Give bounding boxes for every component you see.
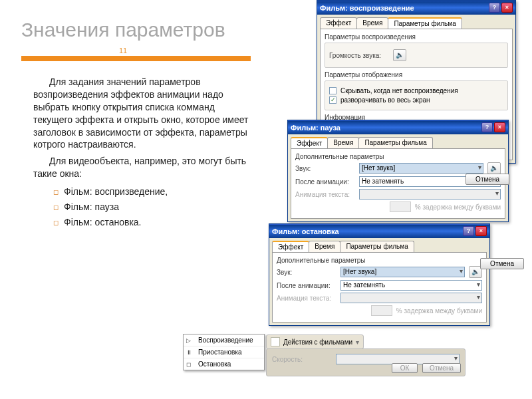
cancel-button[interactable]: Отмена: [422, 363, 461, 373]
slide-number: 11: [0, 47, 246, 55]
divider-bar: [21, 56, 251, 61]
cancel-button-side[interactable]: Отмена: [480, 258, 524, 269]
paragraph-1: Для задания значений параметров возпроиз…: [33, 76, 253, 151]
after-label: После анимации:: [295, 178, 355, 186]
toolbar-label: Действия с фильмами: [283, 338, 352, 346]
checkbox-fullscreen[interactable]: ✓: [329, 96, 336, 104]
tab-time[interactable]: Время: [327, 137, 359, 148]
stop-icon: ◻: [186, 361, 191, 368]
after-label: После анимации:: [277, 282, 336, 289]
bullet-list: Фільм: воспризведение, Фільм: пауза Філь…: [53, 184, 253, 230]
delay-label: % задержка между буквами: [396, 307, 482, 315]
group-title: Параметры отображения: [325, 71, 508, 78]
titlebar[interactable]: Фильм: остановка ? ×: [269, 224, 489, 238]
dialog-stop: Фильм: остановка ? × Эффект Время Параме…: [269, 223, 490, 326]
tab-effect[interactable]: Эффект: [320, 17, 357, 29]
play-icon: ▷: [186, 337, 191, 344]
help-button[interactable]: ?: [481, 122, 493, 132]
context-menu: ▷Воспроизведение ⏸Приостановка ◻Остановк…: [183, 334, 265, 370]
tab-effect[interactable]: Эффект: [272, 241, 309, 252]
menu-label: Остановка: [198, 360, 231, 368]
sound-select[interactable]: [Нет звука]: [359, 163, 483, 174]
window-title: Фильм: пауза: [291, 124, 480, 132]
ok-button[interactable]: ОК: [392, 363, 418, 373]
help-button[interactable]: ?: [463, 226, 474, 236]
menu-item-stop[interactable]: ◻Остановка: [184, 358, 264, 370]
delay-label: % задержка между буквами: [415, 203, 501, 211]
dialog-pause: Фильм: пауза ? × Эффект Время Параметры …: [287, 120, 509, 222]
paragraph-2: Для видеообъекта, например, это могут бы…: [33, 155, 253, 180]
anim-text-select: [359, 189, 501, 200]
menu-label: Воспроизведение: [198, 336, 253, 344]
mini-toolbar: Действия с фильмами ▾: [266, 334, 364, 349]
volume-button[interactable]: 🔈: [393, 49, 406, 61]
group-title: Параметры воспроизведения: [325, 33, 508, 41]
tab-time[interactable]: Время: [309, 241, 340, 252]
tab-time[interactable]: Время: [356, 17, 388, 29]
sound-icon-button[interactable]: 🔈: [487, 162, 501, 174]
close-button[interactable]: ×: [494, 122, 505, 132]
window-title: Фильм: воспроизведение: [320, 4, 487, 12]
bullet-item: Фільм: остановка.: [53, 215, 253, 230]
speed-label: Скорость:: [272, 356, 332, 363]
bullet-item: Фільм: пауза: [53, 200, 253, 215]
close-button[interactable]: ×: [501, 3, 513, 13]
anim-text-label: Анимация текста:: [295, 191, 355, 198]
sound-label: Звук:: [295, 165, 355, 172]
checkbox-hide[interactable]: [329, 87, 336, 94]
group-title: Дополнительные параметры: [295, 153, 501, 160]
checkbox-label: Скрывать, когда нет воспроизведения: [340, 87, 458, 94]
pause-icon: ⏸: [186, 349, 192, 356]
delay-spinner: [390, 201, 411, 212]
anim-text-label: Анимация текста:: [277, 295, 336, 302]
volume-label: Громкость звука:: [329, 52, 389, 59]
delay-spinner: [371, 305, 392, 316]
help-button[interactable]: ?: [489, 3, 500, 13]
tab-film-params[interactable]: Параметры фильма: [388, 17, 462, 29]
anim-text-select: [340, 293, 482, 303]
speed-panel: Скорость: ОК Отмена: [266, 348, 466, 376]
tabs: Эффект Время Параметры фильма: [317, 15, 515, 29]
titlebar[interactable]: Фильм: пауза ? ×: [288, 120, 508, 134]
sound-label: Звук:: [277, 269, 336, 276]
after-select[interactable]: Не затемнять: [340, 280, 482, 291]
cancel-button[interactable]: Отмена: [466, 174, 509, 185]
menu-item-play[interactable]: ▷Воспроизведение: [184, 334, 264, 346]
close-button[interactable]: ×: [475, 226, 487, 236]
menu-label: Приостановка: [198, 348, 241, 356]
sound-select[interactable]: [Нет звука]: [340, 267, 465, 277]
film-icon[interactable]: [271, 337, 280, 346]
group-title: Дополнительные параметры: [277, 257, 482, 264]
menu-item-pause[interactable]: ⏸Приостановка: [184, 346, 264, 358]
checkbox-label: разворачивать во весь экран: [340, 96, 430, 104]
tab-film-params[interactable]: Параметры фильма: [358, 137, 432, 148]
bullet-item: Фільм: воспризведение,: [53, 184, 253, 200]
titlebar[interactable]: Фильм: воспроизведение ? ×: [317, 1, 515, 15]
dropdown-icon[interactable]: ▾: [356, 338, 359, 346]
tab-effect[interactable]: Эффект: [291, 137, 328, 148]
body-text: Для задания значений параметров возпроиз…: [33, 76, 253, 230]
window-title: Фильм: остановка: [272, 227, 462, 235]
tab-film-params[interactable]: Параметры фильма: [340, 241, 414, 252]
